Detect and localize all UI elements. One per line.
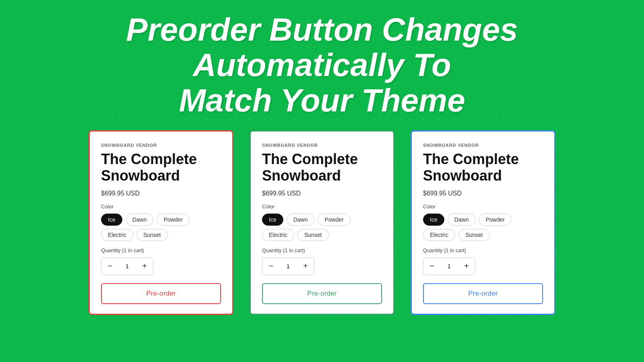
quantity-decrease-1[interactable]: − [101, 258, 118, 275]
color-chip-dawn-3[interactable]: Dawn [448, 214, 476, 226]
color-chip-ice-1[interactable]: Ice [101, 214, 122, 226]
product-card-red: SNOWBOARD VENDOR The Complete Snowboard … [89, 130, 233, 315]
color-chip-dawn-1[interactable]: Dawn [126, 214, 154, 226]
vendor-label-3: SNOWBOARD VENDOR [423, 143, 543, 148]
color-chip-powder-1[interactable]: Powder [157, 214, 189, 226]
color-chip-sunset-3[interactable]: Sunset [458, 229, 490, 241]
color-label-1: Color [101, 204, 221, 210]
quantity-decrease-2[interactable]: − [262, 258, 279, 275]
color-chip-electric-2[interactable]: Electric [262, 229, 294, 241]
quantity-increase-1[interactable]: + [136, 258, 153, 275]
quantity-value-3: 1 [440, 263, 458, 269]
color-options-2: Ice Dawn Powder Electric Sunset [262, 214, 382, 241]
product-title-2: The Complete Snowboard [262, 151, 382, 184]
color-chip-electric-3[interactable]: Electric [423, 229, 455, 241]
color-chip-ice-3[interactable]: Ice [423, 214, 444, 226]
product-card-green: SNOWBOARD VENDOR The Complete Snowboard … [250, 130, 394, 315]
color-label-3: Color [423, 204, 543, 210]
product-price-3: $699.95 USD [423, 190, 543, 197]
quantity-label-3: Quantity (1 in cart) [423, 247, 543, 253]
quantity-control-3: − 1 + [423, 257, 475, 275]
quantity-decrease-3[interactable]: − [423, 258, 440, 275]
preorder-button-2[interactable]: Pre-order [262, 283, 382, 304]
product-price-2: $699.95 USD [262, 190, 382, 197]
vendor-label-2: SNOWBOARD VENDOR [262, 143, 382, 148]
quantity-increase-3[interactable]: + [458, 258, 475, 275]
preorder-button-1[interactable]: Pre-order [101, 283, 221, 304]
color-chip-dawn-2[interactable]: Dawn [287, 214, 315, 226]
color-chip-powder-3[interactable]: Powder [479, 214, 511, 226]
color-label-2: Color [262, 204, 382, 210]
page-heading: Preorder Button Changes Automatically To… [40, 12, 604, 118]
color-chip-sunset-2[interactable]: Sunset [297, 229, 329, 241]
preorder-button-3[interactable]: Pre-order [423, 283, 543, 304]
product-price-1: $699.95 USD [101, 190, 221, 197]
product-card-blue: SNOWBOARD VENDOR The Complete Snowboard … [411, 130, 555, 315]
quantity-value-1: 1 [118, 263, 136, 269]
color-chip-powder-2[interactable]: Powder [318, 214, 350, 226]
quantity-control-1: − 1 + [101, 257, 153, 275]
page-title-section: Preorder Button Changes Automatically To… [0, 0, 644, 130]
vendor-label-1: SNOWBOARD VENDOR [101, 143, 221, 148]
quantity-value-2: 1 [279, 263, 297, 269]
color-chip-ice-2[interactable]: Ice [262, 214, 283, 226]
quantity-control-2: − 1 + [262, 257, 314, 275]
color-chip-electric-1[interactable]: Electric [101, 229, 133, 241]
product-title-1: The Complete Snowboard [101, 151, 221, 184]
quantity-label-2: Quantity (1 in cart) [262, 247, 382, 253]
cards-container: SNOWBOARD VENDOR The Complete Snowboard … [0, 130, 644, 315]
color-chip-sunset-1[interactable]: Sunset [136, 229, 168, 241]
color-options-3: Ice Dawn Powder Electric Sunset [423, 214, 543, 241]
color-options-1: Ice Dawn Powder Electric Sunset [101, 214, 221, 241]
product-title-3: The Complete Snowboard [423, 151, 543, 184]
quantity-label-1: Quantity (1 in cart) [101, 247, 221, 253]
quantity-increase-2[interactable]: + [297, 258, 314, 275]
